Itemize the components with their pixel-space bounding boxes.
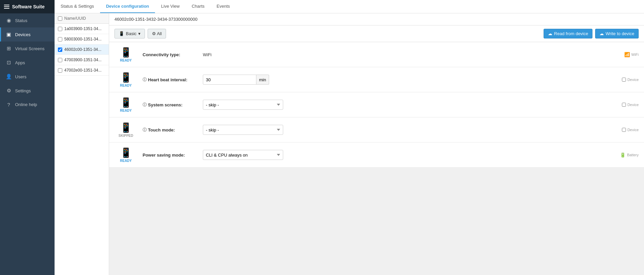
help-icon-hb: ⓘ	[143, 77, 147, 83]
help-icon-ss: ⓘ	[143, 102, 147, 108]
wifi-signal-icon: 📶	[624, 52, 630, 57]
device-badge-checkbox-3[interactable]	[622, 128, 626, 132]
sidebar-item-apps[interactable]: ⊡ Apps	[0, 56, 55, 70]
device-icon-col-4: 📱 SKIPPED	[116, 122, 136, 138]
device-status-1: READY	[120, 59, 132, 62]
sidebar-item-label: Status	[15, 18, 27, 23]
sidebar-item-online-help[interactable]: ? Online help	[0, 98, 55, 111]
config-body: 📱 READY Connectivity type: WiFi 📶 WiFi	[109, 42, 644, 275]
device-icon-col-2: 📱 READY	[116, 72, 136, 87]
write-to-device-button[interactable]: ☁ Write to device	[595, 29, 639, 38]
system-screens-select[interactable]: - skip -	[203, 100, 283, 110]
settings-icon: ⚙	[6, 88, 12, 94]
device-checkbox-3[interactable]	[58, 48, 62, 52]
selected-device-id: 46002c00-1351-3432-3434-373300000000	[114, 17, 197, 22]
device-list-item[interactable]: 46002c00-1351-34...	[55, 44, 109, 55]
content-area: Name/UUID 1a003900-1351-34... 58003000-1…	[55, 13, 644, 275]
power-saving-select[interactable]: CLI & CPU always on	[203, 150, 283, 160]
status-icon: ◉	[6, 17, 12, 23]
device-checkbox-1[interactable]	[58, 27, 62, 31]
device-list-item[interactable]: 1a003900-1351-34...	[55, 24, 109, 34]
connectivity-label: Connectivity type:	[143, 52, 196, 57]
sidebar-item-status[interactable]: ◉ Status	[0, 13, 55, 27]
device-badge-checkbox-1[interactable]	[622, 78, 626, 82]
sidebar-item-devices[interactable]: ▣ Devices	[0, 27, 55, 41]
touch-mode-select[interactable]: - skip -	[203, 125, 283, 135]
touch-mode-value: - skip -	[203, 125, 637, 135]
system-screens-label: ⓘ System screens:	[143, 102, 196, 108]
device-badge-2: Device	[622, 103, 639, 107]
device-list-panel: Name/UUID 1a003900-1351-34... 58003000-1…	[55, 13, 109, 275]
sidebar-item-virtual-screens[interactable]: ⊞ Virtual Screens	[0, 41, 55, 56]
connectivity-text: WiFi	[203, 52, 212, 57]
device-status-5: READY	[120, 159, 132, 163]
all-button[interactable]: ⚙ All	[148, 29, 166, 38]
device-badge-1: Device	[622, 78, 639, 82]
tab-events[interactable]: Events	[211, 0, 236, 13]
sidebar-item-label: Apps	[15, 60, 25, 65]
battery-icon: 🔋	[620, 152, 626, 158]
device-badge-text-3: Device	[627, 128, 639, 132]
device-icon-col-1: 📱 READY	[116, 47, 136, 62]
device-badge-text-2: Device	[627, 103, 639, 107]
config-row-system-screens: 📱 READY ⓘ System screens: - skip -	[109, 92, 644, 117]
heartbeat-input[interactable]	[203, 75, 256, 85]
device-list-item[interactable]: 47003900-1351-34...	[55, 55, 109, 65]
device-name-3: 46002c00-1351-34...	[64, 47, 101, 52]
connectivity-value: WiFi	[203, 52, 637, 57]
sidebar-item-label: Virtual Screens	[15, 46, 45, 51]
device-badge-checkbox-2[interactable]	[622, 103, 626, 107]
config-row-power-saving: 📱 READY Power saving mode: CLI & CPU alw…	[109, 143, 644, 168]
users-icon: 👤	[6, 74, 12, 80]
basic-button[interactable]: 📱 Basic ▾	[114, 29, 145, 38]
read-from-device-button[interactable]: ☁ Read from device	[544, 29, 592, 38]
tab-charts[interactable]: Charts	[186, 0, 211, 13]
power-saving-label: Power saving mode:	[143, 153, 196, 158]
device-name-5: 47002e00-1351-34...	[64, 68, 101, 73]
device-checkbox-4[interactable]	[58, 58, 62, 62]
device-list-item[interactable]: 58003000-1351-34...	[55, 34, 109, 44]
dropdown-arrow-icon: ▾	[138, 31, 141, 36]
help-icon-tm: ⓘ	[143, 127, 147, 133]
device-list-header-label: Name/UUID	[64, 16, 86, 21]
sidebar-item-label: Users	[15, 74, 26, 79]
download-icon: ☁	[599, 31, 604, 36]
battery-badge-text: Battery	[627, 153, 639, 157]
tab-live-view[interactable]: Live View	[155, 0, 185, 13]
tablet-ready-icon-1: 📱	[120, 47, 132, 58]
select-all-checkbox[interactable]	[58, 16, 62, 21]
apps-icon: ⊡	[6, 60, 12, 66]
system-screens-value: - skip -	[203, 100, 637, 110]
top-tabs-bar: Status & Settings Device configuration L…	[55, 0, 644, 13]
wifi-badge: 📶 WiFi	[624, 52, 639, 57]
virtual-screens-icon: ⊞	[6, 45, 12, 52]
device-status-4: SKIPPED	[118, 134, 133, 138]
sidebar-item-settings[interactable]: ⚙ Settings	[0, 84, 55, 98]
tab-status-settings[interactable]: Status & Settings	[55, 0, 100, 13]
config-row-heartbeat: 📱 READY ⓘ Heart beat interval: min	[109, 67, 644, 92]
device-icon-col-5: 📱 READY	[116, 147, 136, 163]
heartbeat-input-wrap: min	[203, 75, 269, 85]
device-checkbox-2[interactable]	[58, 37, 62, 41]
device-name-4: 47003900-1351-34...	[64, 58, 101, 62]
device-badge-3: Device	[622, 128, 639, 132]
device-list-header: Name/UUID	[55, 13, 109, 24]
tab-device-configuration[interactable]: Device configuration	[100, 0, 155, 13]
upload-icon: ☁	[548, 31, 552, 36]
sidebar-item-users[interactable]: 👤 Users	[0, 70, 55, 84]
config-panel: 46002c00-1351-3432-3434-373300000000 📱 B…	[109, 13, 644, 275]
hamburger-icon[interactable]	[4, 5, 9, 9]
tablet-skipped-icon: 📱	[120, 122, 132, 133]
heartbeat-value: min	[203, 75, 637, 85]
device-name-2: 58003000-1351-34...	[64, 37, 101, 41]
touch-mode-label: ⓘ Touch mode:	[143, 127, 196, 133]
power-saving-value: CLI & CPU always on	[203, 150, 637, 160]
config-row-connectivity: 📱 READY Connectivity type: WiFi 📶 WiFi	[109, 42, 644, 67]
device-name-1: 1a003900-1351-34...	[64, 26, 101, 31]
device-checkbox-5[interactable]	[58, 68, 62, 73]
device-list-item[interactable]: 47002e00-1351-34...	[55, 65, 109, 76]
sidebar-item-label: Devices	[15, 32, 30, 37]
sidebar-item-label: Settings	[15, 88, 31, 93]
sidebar-header[interactable]: Software Suite	[0, 0, 55, 13]
devices-icon: ▣	[6, 31, 12, 37]
